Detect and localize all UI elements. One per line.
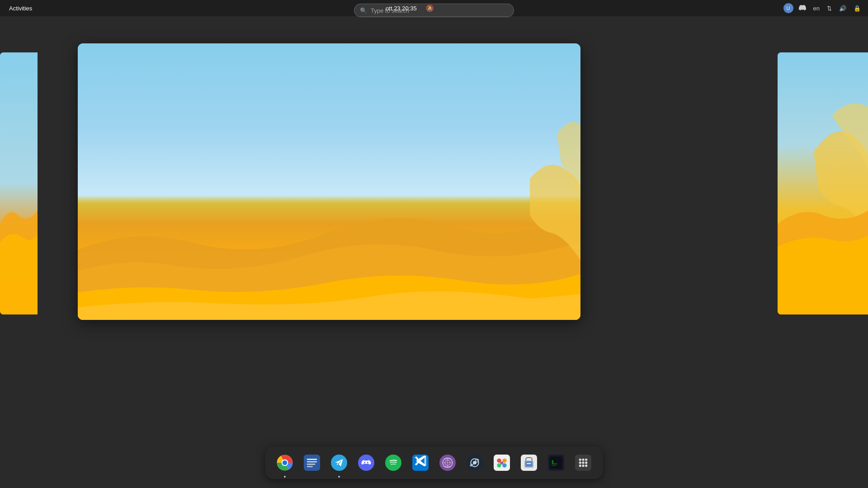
dock-icon-spotify[interactable] [381,450,406,475]
dock-icon-chromium[interactable] [273,450,297,475]
dock-icon-terminal[interactable]: $_ [544,450,568,475]
svg-rect-38 [552,465,556,465]
svg-point-47 [582,465,584,467]
svg-point-48 [585,465,587,467]
left-window-peek[interactable] [0,52,38,314]
svg-point-43 [579,461,581,464]
search-bar: 🔍 [354,4,514,17]
svg-point-41 [582,459,584,461]
dock-dot-telegram [338,476,340,478]
topbar: Activities 🔍 ott 23 20:35 🔕 U en ⇅ 🔊 🔒 [0,0,868,16]
dock-icon-flatpak-store[interactable] [517,450,541,475]
svg-rect-7 [307,459,317,460]
svg-point-44 [582,461,584,464]
svg-point-45 [585,461,587,464]
workspace [0,16,868,488]
dock-icon-gnome-web[interactable] [435,450,460,475]
svg-rect-10 [307,466,313,467]
discord-tray-icon[interactable] [797,3,808,14]
main-desktop-window[interactable] [78,43,580,320]
svg-point-42 [585,459,587,461]
svg-point-26 [502,459,506,463]
network-icon[interactable]: ⇅ [825,4,834,13]
dock-icon-notes[interactable] [300,450,324,475]
search-icon: 🔍 [360,7,367,14]
svg-rect-9 [307,464,316,465]
svg-rect-8 [307,461,317,463]
svg-point-5 [283,460,288,465]
lang-indicator[interactable]: en [811,4,821,13]
dock-icon-appgrid[interactable] [571,450,595,475]
svg-point-27 [497,463,501,467]
dock-icon-telegram[interactable] [327,450,351,475]
svg-point-29 [500,461,504,465]
wallpaper [78,43,580,320]
dock-icon-vscode[interactable] [408,450,433,475]
right-window-peek[interactable] [778,52,868,314]
lock-icon[interactable]: 🔒 [852,4,863,13]
volume-icon[interactable]: 🔊 [837,4,848,13]
svg-point-46 [579,465,581,467]
svg-point-28 [502,463,506,467]
search-input[interactable] [371,7,508,14]
svg-rect-33 [527,463,531,464]
dock-icon-discord[interactable] [354,450,378,475]
svg-point-25 [497,459,501,463]
dock-icon-steam[interactable] [462,450,487,475]
svg-point-40 [579,459,581,461]
svg-rect-37 [552,464,557,464]
activities-button[interactable]: Activities [5,4,36,13]
dock-dot-chromium [284,476,286,478]
right-icons: U en ⇅ 🔊 🔒 [783,3,863,14]
dock-icon-colorpicker[interactable] [490,450,514,475]
svg-point-13 [385,455,401,471]
svg-rect-6 [304,455,320,471]
dock: $_ [265,446,603,479]
svg-text:$_: $_ [552,460,556,464]
user-avatar[interactable]: U [783,3,793,13]
